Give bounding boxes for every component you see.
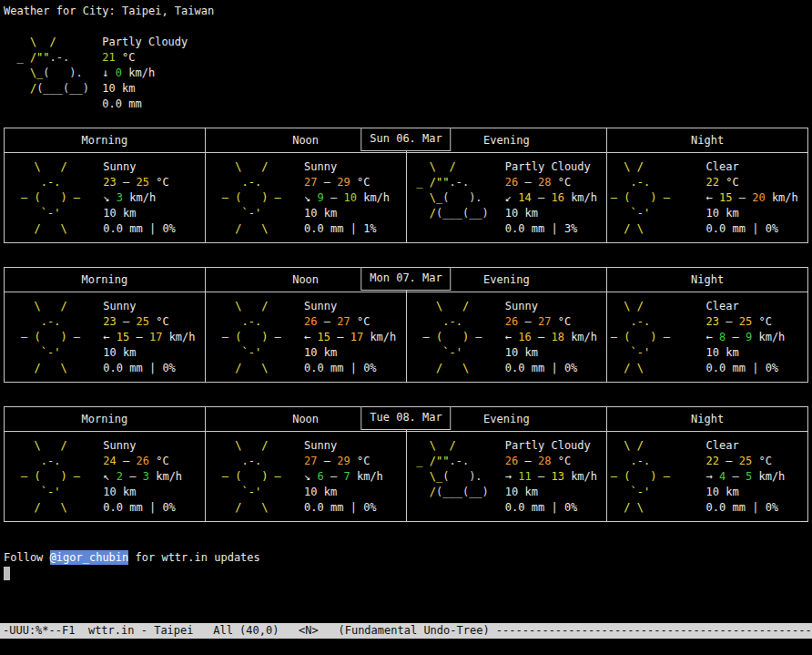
text-segment: 10 km [505, 346, 538, 359]
forecast-cell: \ / .-. – ( ) – `-' / \Sunny27 – 29 °C↘ … [206, 153, 407, 242]
info-line: ↓ 0 km/h [102, 66, 808, 81]
info-line: 0.0 mm [102, 97, 808, 112]
text-segment: \ / [410, 439, 456, 452]
footer: Follow @igor_chubin for wttr.in updates [4, 550, 808, 566]
text-segment: 0.0 mm | 0% [304, 362, 376, 374]
text-segment: 10 km [304, 346, 337, 359]
blank-line [4, 19, 808, 35]
text-segment: Sunny [103, 300, 136, 312]
info-line: Clear [706, 438, 807, 454]
info-line: 23 – 25 °C [706, 314, 807, 330]
text-segment: ( ). [442, 470, 482, 483]
text-segment: \ / [8, 300, 67, 312]
forecast-cell-info: Sunny23 – 25 °C← 15 – 17 km/h10 km0.0 mm… [103, 299, 204, 376]
twitter-handle-link[interactable]: @igor_chubin [50, 550, 129, 565]
art-line: / \ [611, 361, 706, 376]
text-segment: \ / [611, 439, 644, 452]
text-segment: ← [706, 331, 719, 343]
text-segment: 28 [538, 455, 551, 467]
info-line: 0.0 mm | 3% [505, 221, 606, 237]
text-segment: / \ [8, 501, 67, 514]
forecast-cell: \ / _ /"".-. \_( ). /(___(__) Partly Clo… [407, 153, 608, 242]
text-segment: .-. [611, 315, 650, 328]
sunny-weather-icon: \ / .-. – ( ) – `-' / \ [206, 299, 304, 376]
text-segment: / \ [8, 362, 67, 374]
text-segment: ← [103, 331, 116, 343]
text-segment: 22 [706, 455, 719, 467]
info-line: Sunny [304, 299, 405, 314]
text-segment: / \ [611, 362, 644, 374]
text-segment: 23 [706, 315, 719, 328]
clear-weather-icon: \ / .-.– ( ) – `-' / \ [607, 299, 705, 376]
text-segment: °C [116, 51, 136, 64]
column-header-label: Noon [292, 412, 319, 427]
text-segment: km/h [564, 191, 597, 204]
art-line: / \ [208, 221, 304, 237]
art-line: .-. [611, 175, 706, 190]
forecast-cell: \ / .-.– ( ) – `-' / \Clear22 – 25 °C→ 4… [607, 432, 807, 521]
forecast-cell: \ / .-. – ( ) – `-' / \Sunny26 – 27 °C← … [407, 292, 608, 382]
info-line: 22 – 25 °C [706, 454, 807, 469]
text-segment: 28 [538, 176, 551, 189]
text-segment: 27 [304, 455, 317, 467]
info-line: ← 15 – 17 km/h [304, 330, 405, 345]
text-segment: Partly Cloudy [505, 160, 591, 173]
text-segment: 16 [518, 331, 531, 343]
art-line: \ / [10, 35, 102, 50]
text-segment: – [532, 470, 552, 483]
text-segment: ↘ [304, 470, 317, 483]
info-line: 26 – 28 °C [505, 175, 606, 190]
text-segment: °C [551, 176, 571, 189]
info-line: 0.0 mm | 0% [505, 361, 606, 376]
text-segment: → [706, 470, 719, 483]
text-segment: .-. [208, 315, 261, 328]
art-line: \ / [611, 299, 706, 314]
sunny-weather-icon: \ / .-. – ( ) – `-' / \ [407, 299, 505, 376]
art-line: – ( ) – [611, 190, 706, 206]
art-line: – ( ) – [611, 330, 706, 345]
text-segment: 0.0 mm [102, 97, 141, 110]
art-line: .-. [208, 454, 304, 469]
text-segment: `-' [611, 346, 650, 359]
forecast-body-row: \ / .-. – ( ) – `-' / \Sunny24 – 26 °C↖ … [5, 432, 807, 521]
text-segment: ↘ [103, 191, 116, 204]
emacs-modeline: -UUU:%*--F1 wttr.in - Taipei All (40,0) … [0, 623, 812, 639]
column-header-label: Noon [292, 133, 319, 148]
text-segment: / \ [410, 362, 469, 374]
text-segment: – [117, 455, 137, 467]
info-line: → 11 – 13 km/h [505, 469, 606, 485]
art-line: .-. [8, 314, 104, 330]
text-segment: _ /"" [410, 176, 449, 189]
art-line: `-' [208, 206, 304, 221]
info-line: Partly Cloudy [505, 438, 606, 454]
forecast-cell-content: \ / .-. – ( ) – `-' / \Sunny26 – 27 °C← … [407, 299, 607, 376]
text-segment: 10 km [103, 346, 136, 359]
text-segment: 0 [116, 67, 122, 79]
text-segment: 10 km [103, 207, 136, 220]
page-title: Weather for City: Taipei, Taiwan [4, 4, 808, 19]
current-weather-info: Partly Cloudy21 °C↓ 0 km/h10 km0.0 mm [102, 35, 808, 112]
art-line [410, 500, 505, 516]
text-segment: 10 km [304, 207, 337, 220]
forecast-cell-content: \ / .-. – ( ) – `-' / \Sunny24 – 26 °C↖ … [5, 438, 205, 516]
text-segment: 0.0 mm | 0% [103, 222, 175, 235]
art-line: / \ [8, 221, 104, 237]
art-line: – ( ) – [208, 190, 304, 206]
sunny-weather-icon: \ / .-. – ( ) – `-' / \ [5, 299, 103, 376]
info-line: 0.0 mm | 0% [103, 221, 204, 237]
info-line: ↘ 9 – 10 km/h [304, 190, 405, 206]
text-segment: (___(__) [436, 207, 489, 220]
art-line: – ( ) – [410, 330, 505, 345]
text-segment: – ( ) – [410, 331, 482, 343]
text-segment: Sunny [505, 300, 538, 312]
art-line [410, 221, 505, 237]
art-line: \_( ). [410, 190, 505, 206]
forecast-cell: \ / _ /"".-. \_( ). /(___(__) Partly Clo… [407, 432, 608, 521]
text-segment: 6 [318, 470, 324, 483]
column-header: Morning [5, 407, 206, 431]
text-segment: Clear [706, 439, 739, 452]
text-segment: .-. [449, 455, 469, 467]
text-segment: 25 [137, 315, 149, 328]
column-header-label: Noon [292, 272, 319, 288]
text-segment: 26 [505, 176, 518, 189]
